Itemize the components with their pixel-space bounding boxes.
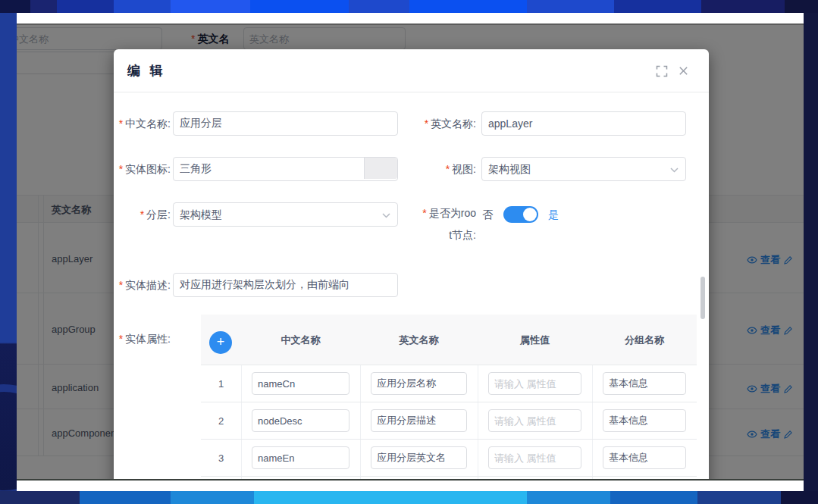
decor-arc xyxy=(0,384,17,491)
field-label-layer: *分层: xyxy=(114,202,171,227)
field-label-is-root-line2: t节点: xyxy=(406,229,476,241)
top-mosaic-band xyxy=(0,0,818,13)
attr-name-en-input[interactable] xyxy=(371,446,467,469)
attr-name-en-input[interactable] xyxy=(371,409,467,432)
required-mark: * xyxy=(425,117,428,130)
switch-off-label: 否 xyxy=(482,202,493,227)
attr-name-cn-input[interactable] xyxy=(252,409,349,432)
fullscreen-icon[interactable] xyxy=(656,65,668,77)
modal-header: 编 辑 xyxy=(114,49,709,92)
required-mark: * xyxy=(446,163,450,175)
page-content: *英文名 英文名称 appLayer 查看 xyxy=(17,23,804,479)
attr-value-input[interactable] xyxy=(488,409,581,432)
attr-row: 2 xyxy=(201,402,697,440)
row-index: 2 xyxy=(201,402,241,440)
modal-title: 编 辑 xyxy=(127,49,166,92)
attr-header-name-cn: 中文名称 xyxy=(241,315,360,365)
icon-picker-suffix[interactable] xyxy=(364,158,397,179)
attr-header-name-en: 英文名称 xyxy=(360,315,478,365)
add-attr-button[interactable]: + xyxy=(209,331,232,354)
app-window: *英文名 英文名称 appLayer 查看 xyxy=(17,13,804,491)
required-mark: * xyxy=(140,208,144,221)
bottom-mosaic-band xyxy=(0,491,818,504)
attr-value-input[interactable] xyxy=(488,372,581,395)
right-decor-band xyxy=(804,13,818,491)
attr-name-en-input[interactable] xyxy=(371,372,467,395)
attr-group-input[interactable] xyxy=(603,372,686,395)
layer-select[interactable]: 架构模型 xyxy=(173,202,398,227)
name-cn-input[interactable] xyxy=(173,111,398,136)
modal-scrollbar-thumb[interactable] xyxy=(700,277,705,319)
entity-desc-input[interactable] xyxy=(173,273,398,297)
field-label-entity-desc: *实体描述: xyxy=(114,273,171,297)
desktop-background: *英文名 英文名称 appLayer 查看 xyxy=(0,0,818,504)
window-bottom-edge xyxy=(17,481,804,491)
window-top-edge xyxy=(17,13,804,23)
attr-name-cn-input[interactable] xyxy=(252,446,349,469)
edit-modal: 编 辑 *中文名称: *英文名称: *实体图标: xyxy=(114,49,709,479)
field-label-entity-attrs: *实体属性: xyxy=(114,331,171,346)
attr-row: 1 xyxy=(201,365,697,402)
required-mark: * xyxy=(119,117,123,130)
attr-table-header: + 中文名称 英文名称 属性值 分组名称 xyxy=(201,315,697,365)
attr-name-cn-input[interactable] xyxy=(252,372,349,395)
field-label-view: *视图: xyxy=(406,157,476,181)
attr-value-input[interactable] xyxy=(488,446,581,469)
attr-group-input[interactable] xyxy=(603,446,686,469)
field-label-name-cn: *中文名称: xyxy=(114,111,171,136)
name-en-input[interactable] xyxy=(481,111,686,136)
chevron-down-icon xyxy=(670,167,679,173)
required-mark: * xyxy=(119,279,123,291)
attr-table: + 中文名称 英文名称 属性值 分组名称 1 2 xyxy=(201,315,697,479)
chevron-down-icon xyxy=(382,213,390,218)
switch-knob xyxy=(523,208,537,221)
row-index: 3 xyxy=(201,440,241,477)
required-mark: * xyxy=(119,333,123,345)
field-label-name-en: *英文名称: xyxy=(406,111,476,136)
required-mark: * xyxy=(422,207,426,219)
left-decor-band xyxy=(0,13,17,491)
attr-header-value: 属性值 xyxy=(478,315,592,365)
switch-on-label: 是 xyxy=(548,202,559,227)
attr-group-input[interactable] xyxy=(603,409,686,432)
field-label-is-root-line1: *是否为roo xyxy=(406,207,476,219)
view-select[interactable]: 架构视图 xyxy=(481,157,686,181)
row-index: 1 xyxy=(201,365,241,402)
is-root-switch[interactable] xyxy=(503,206,538,223)
attr-header-group: 分组名称 xyxy=(592,315,697,365)
required-mark: * xyxy=(119,163,123,175)
close-icon[interactable] xyxy=(678,65,690,77)
field-label-entity-icon: *实体图标: xyxy=(114,157,171,181)
attr-row: 3 xyxy=(201,440,697,477)
